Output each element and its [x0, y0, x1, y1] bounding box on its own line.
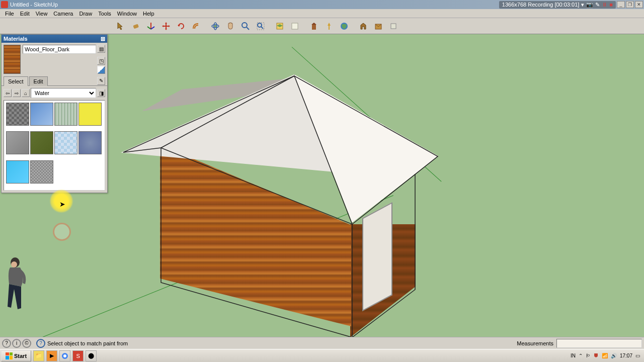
- measurements-input[interactable]: [556, 339, 642, 348]
- menu-edit[interactable]: Edit: [17, 10, 33, 18]
- svg-point-19: [11, 261, 17, 267]
- start-button[interactable]: Start: [1, 350, 31, 361]
- start-label: Start: [14, 353, 27, 359]
- task-chrome[interactable]: [59, 350, 70, 361]
- swatch-water-8[interactable]: [78, 131, 102, 154]
- nav-forward-button[interactable]: ⇨: [13, 89, 21, 97]
- menu-tools[interactable]: Tools: [95, 10, 114, 18]
- material-name-input[interactable]: [23, 45, 96, 54]
- task-recorder[interactable]: ⬤: [86, 350, 97, 361]
- display-pane-button[interactable]: [97, 66, 105, 74]
- status-credits-icon[interactable]: i: [12, 339, 21, 348]
- toggle-terrain-tool[interactable]: [288, 19, 302, 33]
- maximize-button[interactable]: ❐: [626, 1, 634, 8]
- tray-show-desktop[interactable]: ▭: [635, 353, 640, 358]
- preview-3d-tool[interactable]: [337, 19, 351, 33]
- tray-lang[interactable]: IN: [571, 353, 576, 358]
- offset-tool[interactable]: [189, 19, 203, 33]
- tray-flag-icon[interactable]: 🏳: [586, 353, 591, 358]
- pencil-icon[interactable]: ✎: [595, 2, 600, 8]
- library-select[interactable]: Water: [31, 88, 96, 98]
- house-wall-left[interactable]: [160, 145, 351, 336]
- share-tool[interactable]: [371, 19, 385, 33]
- viewport[interactable]: Materials ⊠ ▤ ◳ Select Edit: [0, 34, 644, 337]
- svg-point-9: [258, 23, 262, 27]
- minimize-button[interactable]: _: [617, 1, 625, 8]
- orbit-tool[interactable]: [208, 19, 222, 33]
- material-grid: [4, 100, 105, 191]
- tray-clock[interactable]: 17:07: [620, 353, 632, 358]
- windows-logo-icon: [6, 352, 13, 359]
- tray-show-hidden-icon[interactable]: ⌃: [579, 353, 583, 358]
- menu-camera[interactable]: Camera: [50, 10, 76, 18]
- swatch-water-3[interactable]: [54, 103, 77, 126]
- axes-tool[interactable]: [144, 19, 158, 33]
- select-tool[interactable]: [114, 19, 128, 33]
- warehouse-tool[interactable]: [356, 19, 370, 33]
- material-preview[interactable]: [4, 45, 21, 74]
- swatch-water-6[interactable]: [30, 131, 53, 154]
- menu-help[interactable]: Help: [140, 10, 157, 18]
- recording-badge[interactable]: 1366x768 Recording [00:03:01] ▾ 📷 ✎ ⏸ ■: [499, 1, 616, 9]
- default-material-button[interactable]: ◳: [97, 57, 105, 65]
- svg-point-6: [214, 25, 216, 27]
- tab-select[interactable]: Select: [4, 76, 28, 86]
- nav-back-button[interactable]: ⇦: [4, 89, 12, 97]
- zoom-extents-tool[interactable]: [254, 19, 268, 33]
- tab-edit[interactable]: Edit: [29, 76, 48, 86]
- tray-volume-icon[interactable]: 🔊: [611, 353, 617, 358]
- close-button[interactable]: ✕: [635, 1, 643, 8]
- svg-rect-13: [292, 23, 298, 29]
- statusbar: ? i © ? Select object to match paint fro…: [0, 337, 644, 349]
- tray-security-icon[interactable]: ⛊: [594, 353, 599, 358]
- swatch-water-4[interactable]: [78, 103, 102, 126]
- tray-network-icon[interactable]: 📶: [602, 353, 608, 358]
- camera-icon[interactable]: 📷: [586, 2, 593, 8]
- task-sketchup[interactable]: S: [72, 350, 84, 361]
- swatch-water-10[interactable]: [30, 160, 53, 184]
- nav-home-button[interactable]: ⌂: [22, 89, 30, 97]
- eraser-tool[interactable]: [129, 19, 143, 33]
- pan-tool[interactable]: [223, 19, 237, 33]
- pause-icon[interactable]: ⏸: [602, 2, 607, 8]
- titlebar: Untitled - SketchUp 1366x768 Recording […: [0, 0, 644, 9]
- status-hint: Select object to match paint from: [47, 340, 128, 346]
- dropdown-icon[interactable]: ▾: [581, 2, 584, 8]
- materials-titlebar[interactable]: Materials ⊠: [2, 35, 107, 43]
- eyedropper-button[interactable]: ✎: [97, 77, 105, 85]
- create-material-button[interactable]: ▤: [97, 45, 105, 53]
- menu-window[interactable]: Window: [114, 10, 140, 18]
- swatch-water-2[interactable]: [30, 103, 53, 126]
- zoom-tool[interactable]: [238, 19, 253, 33]
- swatch-water-5[interactable]: [6, 131, 29, 154]
- svg-rect-0: [133, 24, 139, 29]
- task-explorer[interactable]: 📁: [33, 350, 44, 361]
- house-door[interactable]: [362, 202, 392, 311]
- swatch-water-9[interactable]: [6, 160, 29, 184]
- system-tray: IN ⌃ 🏳 ⛊ 📶 🔊 17:07 ▭: [568, 353, 643, 358]
- stop-icon[interactable]: ■: [609, 2, 613, 8]
- status-claim-icon[interactable]: ©: [22, 339, 31, 348]
- task-media[interactable]: ▶: [46, 350, 57, 361]
- menubar: File Edit View Camera Draw Tools Window …: [0, 9, 644, 18]
- move-tool[interactable]: [159, 19, 173, 33]
- svg-point-21: [63, 354, 66, 357]
- swatch-water-7[interactable]: [54, 131, 77, 154]
- svg-line-2: [147, 27, 151, 29]
- svg-line-3: [151, 27, 154, 29]
- extension-tool[interactable]: [386, 19, 400, 33]
- menu-draw[interactable]: Draw: [76, 10, 95, 18]
- add-building-tool[interactable]: [307, 19, 321, 33]
- materials-panel: Materials ⊠ ▤ ◳ Select Edit: [1, 34, 108, 193]
- menu-view[interactable]: View: [33, 10, 51, 18]
- close-icon[interactable]: ⊠: [101, 36, 105, 42]
- svg-point-7: [242, 23, 247, 28]
- photo-texture-tool[interactable]: [322, 19, 336, 33]
- swatch-water-1[interactable]: [6, 103, 29, 126]
- help-icon[interactable]: ?: [36, 339, 45, 348]
- status-geo-icon[interactable]: ?: [2, 339, 11, 348]
- rotate-tool[interactable]: [174, 19, 188, 33]
- library-menu-button[interactable]: ◨: [97, 89, 105, 97]
- get-location-tool[interactable]: [273, 19, 287, 33]
- menu-file[interactable]: File: [2, 10, 17, 18]
